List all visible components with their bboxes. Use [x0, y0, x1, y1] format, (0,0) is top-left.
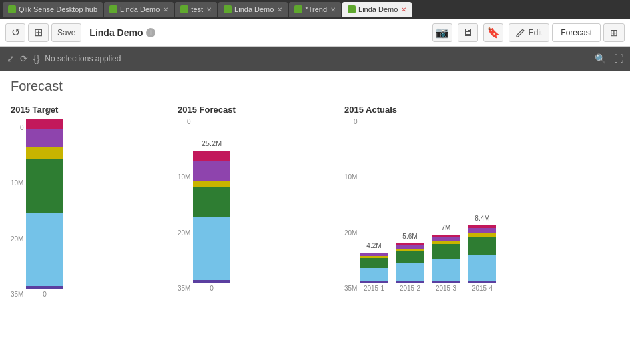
tab-close-trend[interactable]: ✕ — [330, 6, 336, 13]
bar4-label: 8.4M — [475, 215, 489, 222]
bookmark-button[interactable]: 🔖 — [483, 23, 503, 42]
save-button[interactable]: Save — [51, 23, 81, 42]
actuals-bar-1: 4.2M 2015-1 — [360, 253, 388, 292]
chart-actuals-yaxis: 35M 20M 10M 0 — [344, 119, 357, 292]
chart-forecast-yaxis: 35M 20M 10M 0 — [178, 119, 190, 292]
chart-forecast: 2015 Forecast 35M 20M 10M 0 — [178, 105, 331, 292]
bar2-xlabel: 2015-2 — [400, 285, 420, 292]
actuals-bar-3: 7M 2015-3 — [432, 235, 460, 292]
bar3-xlabel: 2015-3 — [436, 285, 456, 292]
grid-view-button[interactable]: ⊞ — [603, 23, 625, 42]
bar-seg-f4 — [193, 181, 230, 187]
search-icon[interactable]: 🔍 — [595, 53, 606, 64]
chart-target-bar: 31M — [26, 119, 63, 289]
tab-icon-1 — [109, 5, 117, 13]
back-button[interactable]: ↺ — [5, 23, 25, 42]
fullscreen-icon[interactable]: ⛶ — [614, 53, 623, 64]
chart-actuals-area: 35M 20M 10M 0 4.2M — [344, 119, 598, 292]
bar-segment-yellow — [26, 147, 63, 159]
tab-linda-demo-2[interactable]: Linda Demo ✕ — [218, 2, 288, 17]
tab-label-test: test — [191, 5, 203, 13]
grid-button[interactable]: ⊞ — [28, 23, 49, 42]
chart-forecast-title: 2015 Forecast — [178, 105, 331, 115]
chart-actuals: 2015 Actuals 35M 20M 10M 0 4.2M — [344, 105, 598, 292]
app-title-text: Linda Demo — [89, 27, 143, 38]
charts-row: 2015 Target 35M 20M 10M 0 — [11, 105, 619, 298]
bar1-label: 4.2M — [366, 242, 381, 249]
tab-hub-icon — [8, 5, 16, 13]
tab-linda-demo-active[interactable]: Linda Demo ✕ — [342, 2, 412, 17]
monitor-button[interactable]: 🖥 — [458, 23, 478, 42]
selection-bar: ⤢ ⟳ {} No selections applied 🔍 ⛶ — [0, 47, 630, 71]
tab-linda-demo-1[interactable]: Linda Demo ✕ — [104, 2, 174, 17]
pencil-icon — [516, 28, 525, 37]
bar-segment-skyblue — [26, 213, 63, 286]
tab-label-2: Linda Demo — [234, 5, 274, 13]
chart-forecast-area: 35M 20M 10M 0 25.2M 0 — [178, 119, 331, 292]
tab-bar: Qlik Sense Desktop hub Linda Demo ✕ test… — [0, 0, 630, 19]
tab-test[interactable]: test ✕ — [175, 2, 217, 17]
app-title: Linda Demo i — [89, 27, 155, 38]
tab-label-active: Linda Demo — [358, 5, 398, 13]
selection-text: No selections applied — [45, 54, 587, 63]
bar-segment-violet — [26, 129, 63, 147]
edit-label: Edit — [529, 28, 543, 37]
info-icon[interactable]: i — [146, 28, 155, 37]
tab-icon-2 — [224, 5, 232, 13]
chart-forecast-total: 25.2M — [202, 139, 222, 147]
bar4-xlabel: 2015-4 — [472, 285, 493, 292]
tab-close-test[interactable]: ✕ — [206, 6, 212, 13]
tab-close-active[interactable]: ✕ — [401, 6, 406, 13]
tab-close-1[interactable]: ✕ — [163, 6, 168, 13]
chart-forecast-zero: 0 — [193, 285, 230, 292]
expand-icon[interactable]: ⤢ — [7, 53, 15, 64]
tab-trend[interactable]: *Trend ✕ — [289, 2, 341, 17]
forecast-badge-text: Forecast — [561, 28, 592, 37]
chart-target-area: 35M 20M 10M 0 31M 0 — [11, 119, 164, 298]
chart-target-yaxis: 35M 20M 10M 0 — [11, 125, 23, 298]
bar-segment-purple-small — [26, 286, 63, 289]
bar-seg-f6 — [193, 151, 230, 161]
tab-label-trend: *Trend — [305, 5, 327, 13]
actuals-bars-group: 4.2M 2015-1 5.6M — [360, 225, 496, 292]
chart-target-total: 31M — [37, 107, 51, 115]
edit-button[interactable]: Edit — [509, 23, 550, 42]
chart-target-title: 2015 Target — [11, 105, 164, 115]
tab-icon-trend — [294, 5, 302, 13]
bar-seg-f1 — [193, 280, 230, 283]
main-content: Forecast 2015 Target 35M 20M 10M 0 — [0, 71, 630, 364]
actuals-bar-2: 5.6M 2015-2 — [396, 243, 424, 292]
page-title: Forecast — [11, 79, 619, 94]
lock-icon[interactable]: ⟳ — [20, 53, 28, 64]
camera-button[interactable]: 📷 — [432, 23, 452, 42]
tab-label-1: Linda Demo — [120, 5, 160, 13]
bar-segment-pink — [26, 119, 63, 129]
toolbar-right: 📷 🖥 🔖 Edit Forecast ⊞ — [432, 23, 625, 42]
actuals-bar-4: 8.4M 2015-4 — [468, 225, 496, 292]
bar3-label: 7M — [442, 224, 451, 231]
tab-hub-label: Qlik Sense Desktop hub — [19, 5, 97, 13]
chart-forecast-bar: 25.2M — [193, 151, 230, 283]
bar-seg-f3 — [193, 187, 230, 217]
bar-segment-green — [26, 159, 63, 213]
tab-hub[interactable]: Qlik Sense Desktop hub — [3, 2, 103, 17]
bar1-xlabel: 2015-1 — [364, 285, 384, 292]
bar2-label: 5.6M — [402, 233, 417, 240]
chart-actuals-title: 2015 Actuals — [344, 105, 598, 115]
toolbar: ↺ ⊞ Save Linda Demo i 📷 🖥 🔖 Edit Forecas… — [0, 19, 630, 47]
clear-icon[interactable]: {} — [33, 53, 39, 64]
forecast-badge: Forecast — [552, 23, 601, 42]
chart-target-zero: 0 — [26, 291, 63, 298]
tab-icon-test — [180, 5, 188, 13]
chart-target: 2015 Target 35M 20M 10M 0 — [11, 105, 164, 298]
tab-close-2[interactable]: ✕ — [277, 6, 282, 13]
tab-icon-active — [348, 5, 356, 13]
bar-seg-f2 — [193, 217, 230, 280]
bar-seg-f5 — [193, 161, 230, 181]
